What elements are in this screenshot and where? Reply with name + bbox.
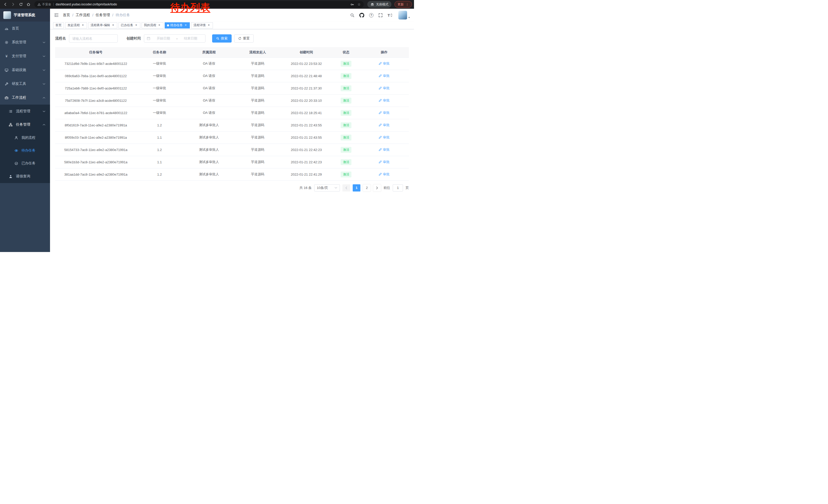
cell-process: 测试多审批人 — [182, 131, 236, 144]
date-range-picker[interactable]: 开始日期 - 结束日期 — [144, 34, 205, 43]
cell-create-time: 2022-01-22 21:37:30 — [280, 82, 333, 94]
sidebar-item-system[interactable]: 系统管理 — [0, 35, 50, 49]
approve-link[interactable]: 审批 — [379, 147, 389, 152]
security-status[interactable]: 不安全 — [37, 2, 51, 7]
sidebar-item-my-process[interactable]: 我的流程 — [0, 131, 50, 144]
tab-todo-task[interactable]: 待办任务× — [165, 22, 190, 29]
reset-button[interactable]: 重置 — [234, 34, 254, 43]
approve-link[interactable]: 审批 — [379, 135, 389, 140]
breadcrumb-task-mgmt[interactable]: 任务管理 — [96, 13, 110, 17]
process-name-input[interactable] — [69, 34, 118, 43]
close-tab-icon[interactable]: × — [81, 24, 85, 27]
cell-task-name: 1.2 — [136, 168, 182, 180]
tab-launch-process[interactable]: 发起流程× — [65, 22, 87, 29]
tab-my-process[interactable]: 我的流程× — [141, 22, 163, 29]
person-icon — [9, 175, 12, 178]
cell-process: OA 请假 — [182, 70, 236, 82]
cell-process: 测试多审批人 — [182, 156, 236, 168]
sidebar-item-workflow[interactable]: 工作流程 — [0, 91, 50, 104]
sidebar-item-process-mgmt[interactable]: 流程管理 — [0, 104, 50, 118]
question-icon: ? — [369, 13, 373, 17]
sidebar-item-infra[interactable]: 基础设施 — [0, 63, 50, 77]
tags-view: 首页 发起流程× 流程表单-编辑× 已办任务× 我的流程× 待办任务× 流程详情… — [50, 21, 414, 29]
tab-done-task[interactable]: 已办任务× — [119, 22, 140, 29]
avatar[interactable] — [398, 11, 407, 19]
sidebar-item-payment[interactable]: ¥ 支付管理 — [0, 49, 50, 63]
cell-task-name: 1.1 — [136, 131, 182, 144]
browser-menu-icon[interactable]: ⋮ — [406, 3, 409, 6]
approve-link[interactable]: 审批 — [379, 86, 389, 91]
hamburger-icon[interactable] — [54, 12, 59, 18]
todo-table: 任务编号 任务名称 所属流程 流程发起人 创建时间 状态 操作 73211d9d… — [55, 47, 409, 181]
help-icon[interactable]: ? — [369, 13, 373, 17]
col-task-id: 任务编号 — [55, 47, 136, 57]
status-badge: 激活 — [341, 98, 351, 103]
approve-link-label: 审批 — [383, 86, 389, 91]
tab-process-detail[interactable]: 流程详情× — [191, 22, 213, 29]
gear-icon — [5, 41, 8, 44]
security-label: 不安全 — [42, 2, 51, 7]
cell-task-name: 一级审批 — [136, 94, 182, 107]
refresh-icon[interactable] — [17, 1, 24, 8]
sidebar-item-task-mgmt[interactable]: 任务管理 — [0, 118, 50, 131]
approve-link[interactable]: 审批 — [379, 123, 389, 127]
tab-home[interactable]: 首页 — [53, 22, 64, 29]
cell-status: 激活 — [333, 57, 359, 70]
sidebar-item-home[interactable]: 首页 — [0, 21, 50, 35]
search-icon[interactable] — [350, 13, 355, 17]
search-button[interactable]: 搜索 — [212, 34, 232, 43]
approve-link[interactable]: 审批 — [379, 110, 389, 115]
approve-link[interactable]: 审批 — [379, 98, 389, 103]
logo[interactable]: 芋道管理系统 — [0, 9, 50, 21]
status-badge: 激活 — [341, 147, 351, 153]
user-menu[interactable]: ▼ — [398, 11, 410, 19]
font-size-icon[interactable]: T — [387, 13, 392, 17]
prev-page-button[interactable] — [342, 184, 350, 191]
page-1-button[interactable]: 1 — [353, 184, 360, 191]
fullscreen-icon[interactable] — [378, 13, 383, 17]
approve-link[interactable]: 审批 — [379, 74, 389, 78]
chevron-down-icon — [43, 110, 45, 112]
approve-link[interactable]: 审批 — [379, 160, 389, 164]
cell-action: 审批 — [359, 107, 409, 119]
tab-process-form-edit[interactable]: 流程表单-编辑× — [88, 22, 117, 29]
close-tab-icon[interactable]: × — [158, 24, 161, 27]
page-size-select[interactable]: 10条/页 — [314, 184, 340, 191]
edit-icon — [379, 99, 382, 102]
edit-icon — [379, 86, 382, 90]
cell-status: 激活 — [333, 168, 359, 180]
github-icon[interactable] — [359, 13, 364, 18]
breadcrumb-home[interactable]: 首页 — [63, 13, 70, 17]
goto-page-input[interactable] — [393, 184, 403, 191]
tab-label: 首页 — [55, 23, 61, 28]
breadcrumb-workflow[interactable]: 工作流程 — [76, 13, 90, 17]
start-date-placeholder: 开始日期 — [151, 36, 175, 41]
bookmark-star-icon[interactable]: ☆ — [357, 3, 361, 6]
cell-starter: 芋道源码 — [236, 119, 280, 131]
approve-link[interactable]: 审批 — [379, 61, 389, 66]
close-tab-icon[interactable]: × — [111, 24, 115, 27]
page-2-button[interactable]: 2 — [363, 184, 371, 191]
sidebar-item-dev-tools[interactable]: 研发工具 — [0, 77, 50, 91]
close-tab-icon[interactable]: × — [184, 24, 188, 27]
edit-icon — [379, 74, 382, 78]
cell-starter: 芋道源码 — [236, 94, 280, 107]
table-row: 381aa1dd-7ac8-11ec-a9e2-a2380e71991a 1.2… — [55, 168, 409, 180]
key-icon[interactable] — [350, 3, 354, 6]
sidebar-item-done-task[interactable]: 已办任务 — [0, 157, 50, 170]
approve-link[interactable]: 审批 — [379, 172, 389, 177]
back-icon[interactable] — [2, 1, 9, 8]
sidebar-item-leave-query[interactable]: 请假查询 — [0, 170, 50, 183]
cell-starter: 芋道源码 — [236, 70, 280, 82]
status-badge: 激活 — [341, 122, 351, 128]
incognito-badge: 无痕模式 — [367, 1, 391, 8]
forward-icon[interactable] — [10, 1, 16, 8]
update-chrome-button[interactable]: 更新 ⋮ — [395, 1, 412, 8]
sidebar-item-todo-task[interactable]: 待办任务 — [0, 144, 50, 157]
close-tab-icon[interactable]: × — [207, 24, 211, 27]
edit-icon — [379, 148, 382, 151]
next-page-button[interactable] — [373, 184, 381, 191]
active-tab-dot — [167, 25, 169, 27]
close-tab-icon[interactable]: × — [134, 24, 138, 27]
home-icon[interactable] — [25, 1, 32, 8]
